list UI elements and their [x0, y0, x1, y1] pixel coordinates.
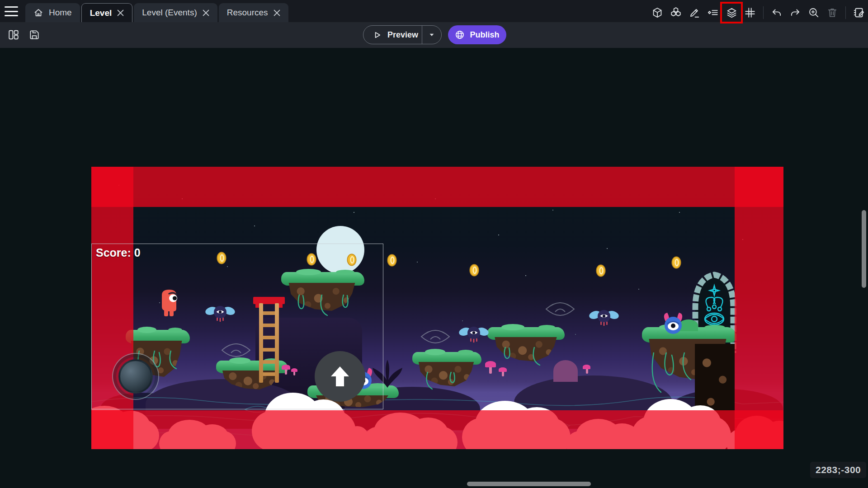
moon-object[interactable]	[316, 226, 364, 274]
tab-label: Resources	[227, 8, 268, 18]
joystick-knob[interactable]	[118, 359, 153, 394]
mushroom	[499, 367, 507, 372]
play-icon	[373, 30, 382, 40]
cursor-coordinates-badge: 2283;-300	[810, 462, 866, 478]
redo-button[interactable]	[786, 4, 804, 22]
pencil-icon	[689, 7, 700, 19]
publish-button[interactable]: Publish	[448, 25, 506, 44]
tab-level[interactable]: Level	[81, 3, 133, 22]
cloud	[726, 429, 783, 449]
panels-layout-icon	[8, 29, 19, 41]
preview-button[interactable]: Preview	[363, 25, 442, 44]
score-text-object[interactable]: Score: 0	[96, 246, 141, 259]
save-icon	[28, 29, 40, 41]
coin-object[interactable]	[469, 264, 479, 277]
tab-strip: Home Level Level (Events) Resources	[25, 3, 288, 22]
close-icon[interactable]	[117, 9, 124, 16]
coin-object[interactable]	[671, 256, 681, 269]
3d-box-button[interactable]	[648, 4, 666, 22]
ladder-object[interactable]	[255, 297, 283, 383]
tab-label: Level (Events)	[142, 8, 197, 18]
zoom-in-button[interactable]	[805, 4, 823, 22]
dark-plant	[372, 359, 403, 388]
home-icon	[33, 8, 43, 18]
toolbar-center-group: Preview Publish	[363, 25, 506, 44]
instances-list-icon	[707, 7, 719, 19]
stars	[118, 185, 119, 186]
bat-enemy-object[interactable]	[459, 324, 489, 344]
coin-object[interactable]	[387, 254, 397, 267]
cloud	[91, 420, 159, 449]
instances-list-button[interactable]	[704, 4, 722, 22]
horizontal-scrollbar[interactable]	[467, 482, 591, 486]
cloud	[159, 431, 236, 449]
platform-object[interactable]	[487, 327, 565, 363]
zoom-in-icon	[808, 7, 820, 19]
layers-button[interactable]	[722, 4, 741, 22]
trash-icon	[826, 7, 838, 19]
eye-decoration	[219, 342, 253, 359]
objects-cubes-button[interactable]	[667, 4, 685, 22]
up-arrow-icon	[326, 363, 354, 390]
tab-level-events[interactable]: Level (Events)	[134, 3, 217, 22]
publish-label: Publish	[470, 30, 499, 40]
mushroom	[489, 366, 492, 374]
tab-resources[interactable]: Resources	[219, 3, 288, 22]
close-icon[interactable]	[274, 9, 280, 16]
coin-object[interactable]	[217, 252, 226, 264]
mushroom	[485, 361, 496, 367]
redo-icon	[789, 7, 801, 19]
layers-icon	[726, 7, 738, 19]
save-button[interactable]	[25, 26, 43, 44]
cloud	[632, 416, 731, 449]
undo-icon	[771, 7, 783, 19]
trash-button[interactable]	[823, 4, 841, 22]
jump-button-object[interactable]	[315, 351, 365, 402]
toolbar-right-group	[648, 4, 868, 22]
mushroom	[583, 365, 590, 369]
level-scene[interactable]: Score: 0	[91, 167, 783, 449]
bat-enemy-object[interactable]	[205, 303, 235, 323]
grid-icon	[744, 7, 756, 19]
close-icon[interactable]	[203, 9, 209, 16]
vertical-scrollbar[interactable]	[862, 210, 866, 288]
cloud	[363, 427, 458, 449]
tab-label: Home	[49, 8, 72, 18]
chevron-down-icon	[429, 32, 435, 38]
tab-label: Level	[90, 8, 112, 18]
eye-decoration	[543, 300, 577, 318]
objects-cubes-icon	[670, 7, 682, 19]
pink-mound	[553, 360, 578, 382]
mushroom	[282, 365, 290, 370]
preview-label: Preview	[387, 30, 418, 40]
globe-icon	[455, 30, 465, 40]
editor-canvas[interactable]: Score: 0	[0, 48, 868, 488]
hamburger-menu-icon[interactable]	[5, 5, 20, 17]
preview-dropdown-button[interactable]	[422, 26, 441, 44]
undo-button[interactable]	[768, 4, 786, 22]
coin-object[interactable]	[347, 253, 357, 266]
coin-object[interactable]	[596, 264, 606, 277]
bounds-overlay-top	[91, 167, 783, 207]
3d-box-icon	[651, 7, 663, 19]
cloud	[462, 418, 571, 449]
coin-object[interactable]	[307, 253, 316, 266]
player-character-object[interactable]	[159, 289, 179, 317]
grid-button[interactable]	[741, 4, 759, 22]
horned-monster-object[interactable]	[660, 311, 686, 335]
toolbar-divider	[845, 6, 846, 19]
mushroom	[291, 368, 297, 372]
eye-decoration	[419, 328, 452, 345]
panels-layout-button[interactable]	[5, 26, 23, 44]
tab-home[interactable]: Home	[25, 3, 80, 22]
platform-object[interactable]	[281, 272, 364, 317]
platform-object[interactable]	[412, 352, 481, 388]
pencil-button[interactable]	[685, 4, 703, 22]
scene-properties-button[interactable]	[850, 4, 868, 22]
scene-properties-icon	[853, 7, 865, 19]
toolbar-divider	[763, 6, 764, 19]
bat-enemy-object[interactable]	[589, 307, 619, 327]
toolbar-left-group	[5, 26, 43, 44]
